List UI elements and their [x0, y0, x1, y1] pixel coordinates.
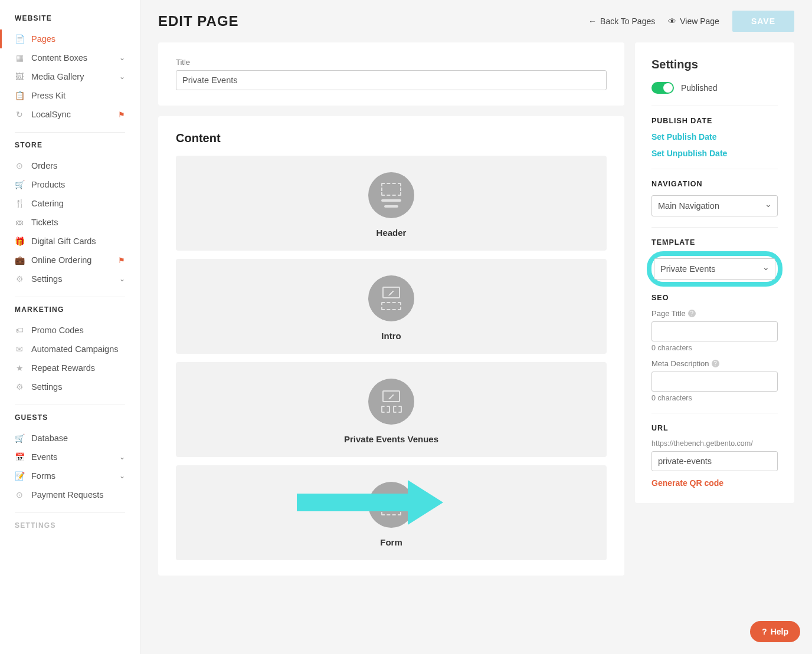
- sidebar-item-label: Online Ordering: [31, 255, 91, 265]
- sidebar-item-label: Automated Campaigns: [31, 344, 119, 354]
- settings-title: Settings: [651, 58, 778, 71]
- sidebar-item-digital-gift-cards[interactable]: 🎁Digital Gift Cards: [15, 232, 125, 251]
- sidebar-item-label: Content Boxes: [31, 53, 87, 63]
- sidebar-heading: MARKETING: [15, 305, 125, 314]
- sidebar-item-products[interactable]: 🛒Products: [15, 175, 125, 194]
- navigation-select[interactable]: Main Navigation: [651, 195, 778, 216]
- sidebar-icon: ⊙: [15, 490, 24, 499]
- page-title-char-count: 0 characters: [651, 344, 778, 352]
- sidebar-item-label: Settings: [31, 382, 62, 392]
- sidebar-item-database[interactable]: 🛒Database: [15, 429, 125, 448]
- url-slug-input[interactable]: [651, 451, 778, 471]
- sidebar-icon: 🎁: [15, 236, 24, 246]
- sidebar-heading: STORE: [15, 141, 125, 149]
- set-publish-date-link[interactable]: Set Publish Date: [651, 132, 778, 142]
- sidebar-item-localsync[interactable]: ↻LocalSync⚑: [15, 105, 125, 124]
- chevron-down-icon: ⌄: [119, 73, 125, 81]
- sidebar-item-content-boxes[interactable]: ▦Content Boxes⌄: [15, 48, 125, 67]
- sidebar-icon: ⚙: [15, 274, 24, 284]
- sidebar-item-label: Media Gallery: [31, 72, 84, 81]
- template-select[interactable]: Private Events: [654, 258, 775, 280]
- title-label: Title: [176, 58, 607, 67]
- sidebar-item-orders[interactable]: ⊙Orders: [15, 156, 125, 175]
- content-card: Content HeaderIntroPrivate Events Venues…: [158, 116, 624, 576]
- content-block-header[interactable]: Header: [176, 156, 607, 251]
- sidebar-item-catering[interactable]: 🍴Catering: [15, 194, 125, 213]
- settings-panel: Settings Published PUBLISH DATE Set Publ…: [635, 42, 794, 503]
- block-icon: [368, 482, 414, 528]
- sidebar-item-tickets[interactable]: 🎟Tickets: [15, 213, 125, 232]
- sidebar-item-online-ordering[interactable]: 💼Online Ordering⚑: [15, 251, 125, 270]
- sidebar-icon: ↻: [15, 110, 24, 119]
- page-header: EDIT PAGE ← Back To Pages 👁 View Page SA…: [158, 11, 794, 32]
- sidebar-item-label: Tickets: [31, 218, 58, 227]
- url-prefix: https://thebench.getbento.com/: [651, 439, 778, 448]
- sidebar-icon: ★: [15, 363, 24, 373]
- help-icon[interactable]: ?: [688, 310, 696, 317]
- sidebar-icon: ⊙: [15, 161, 24, 170]
- published-toggle[interactable]: [651, 82, 674, 94]
- sidebar-heading: GUESTS: [15, 413, 125, 422]
- sidebar-icon: ▦: [15, 53, 24, 63]
- sidebar-icon: 💼: [15, 255, 24, 265]
- page-title-field-label: Page Title ?: [651, 309, 778, 318]
- content-block-venues[interactable]: Private Events Venues: [176, 362, 607, 457]
- block-label: Header: [376, 228, 407, 238]
- main-content: EDIT PAGE ← Back To Pages 👁 View Page SA…: [140, 0, 812, 654]
- seo-heading: SEO: [651, 294, 778, 302]
- back-to-pages-link[interactable]: ← Back To Pages: [588, 17, 655, 26]
- block-icon: [368, 379, 414, 425]
- sidebar-icon: ✉: [15, 344, 24, 354]
- sidebar: WEBSITE📄Pages▦Content Boxes⌄🖼Media Galle…: [0, 0, 140, 654]
- help-icon[interactable]: ?: [712, 360, 719, 367]
- sidebar-item-label: LocalSync: [31, 110, 71, 119]
- content-block-form[interactable]: Form: [176, 465, 607, 560]
- title-input[interactable]: [176, 70, 607, 90]
- chevron-down-icon: ⌄: [119, 54, 125, 62]
- meta-desc-field-label: Meta Description ?: [651, 359, 778, 368]
- url-heading: URL: [651, 424, 778, 432]
- generate-qr-link[interactable]: Generate QR code: [651, 478, 778, 488]
- sidebar-item-press-kit[interactable]: 📋Press Kit: [15, 86, 125, 105]
- sidebar-item-settings[interactable]: ⚙Settings: [15, 377, 125, 396]
- sidebar-heading: WEBSITE: [15, 14, 125, 22]
- chevron-down-icon: ⌄: [119, 472, 125, 480]
- sidebar-item-automated-campaigns[interactable]: ✉Automated Campaigns: [15, 340, 125, 359]
- title-card: Title: [158, 42, 624, 106]
- header-actions: ← Back To Pages 👁 View Page SAVE: [588, 11, 794, 32]
- block-label: Intro: [381, 331, 401, 341]
- template-highlight: Private Events: [647, 251, 782, 287]
- sidebar-icon: 📝: [15, 471, 24, 481]
- seo-page-title-input[interactable]: [651, 321, 778, 341]
- sidebar-icon: 🛒: [15, 433, 24, 443]
- view-label: View Page: [680, 17, 719, 26]
- back-label: Back To Pages: [600, 17, 655, 26]
- sidebar-heading: SETTINGS: [15, 521, 125, 530]
- sidebar-item-payment-requests[interactable]: ⊙Payment Requests: [15, 485, 125, 504]
- content-block-intro[interactable]: Intro: [176, 259, 607, 354]
- sidebar-item-pages[interactable]: 📄Pages: [15, 29, 125, 48]
- chevron-down-icon: ⌄: [119, 275, 125, 283]
- sidebar-icon: ⚙: [15, 382, 24, 392]
- sidebar-item-label: Catering: [31, 199, 64, 208]
- sidebar-item-events[interactable]: 📅Events⌄: [15, 448, 125, 466]
- sidebar-item-repeat-rewards[interactable]: ★Repeat Rewards: [15, 359, 125, 377]
- publish-date-heading: PUBLISH DATE: [651, 117, 778, 125]
- template-heading: TEMPLATE: [651, 238, 778, 247]
- help-button[interactable]: ? Help: [750, 621, 800, 642]
- chevron-down-icon: ⌄: [119, 453, 125, 461]
- sidebar-item-label: Pages: [31, 34, 55, 44]
- save-button[interactable]: SAVE: [732, 11, 794, 32]
- sidebar-item-media-gallery[interactable]: 🖼Media Gallery⌄: [15, 67, 125, 86]
- seo-meta-desc-input[interactable]: [651, 372, 778, 392]
- view-page-link[interactable]: 👁 View Page: [668, 17, 719, 26]
- sidebar-icon: 🍴: [15, 199, 24, 208]
- sidebar-item-label: Settings: [31, 274, 62, 284]
- set-unpublish-date-link[interactable]: Set Unpublish Date: [651, 149, 778, 158]
- sidebar-item-forms[interactable]: 📝Forms⌄: [15, 466, 125, 485]
- sidebar-icon: 📅: [15, 452, 24, 462]
- sidebar-item-label: Forms: [31, 471, 55, 481]
- sidebar-icon: 📋: [15, 91, 24, 100]
- sidebar-item-promo-codes[interactable]: 🏷Promo Codes: [15, 321, 125, 340]
- sidebar-item-settings[interactable]: ⚙Settings⌄: [15, 270, 125, 288]
